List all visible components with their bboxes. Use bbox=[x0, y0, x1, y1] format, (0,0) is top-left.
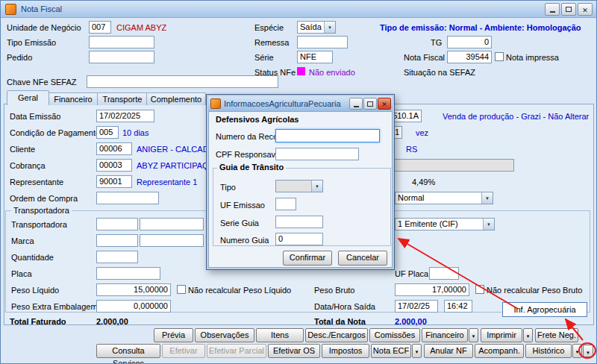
especie-value: Saída bbox=[298, 22, 324, 33]
maximize-icon bbox=[566, 7, 572, 12]
representante-desc: Representante 1 bbox=[137, 178, 197, 186]
tab-geral[interactable]: Geral bbox=[7, 90, 49, 105]
guia-transito-groupbox bbox=[213, 168, 391, 246]
observacoes-button[interactable]: Observações bbox=[195, 328, 254, 342]
data-emissao-field[interactable]: 17/02/2025 bbox=[96, 110, 154, 122]
hora-saida-field[interactable]: 16:42 bbox=[444, 300, 472, 313]
financeiro-dropdown-arrow[interactable] bbox=[469, 328, 478, 342]
tipo-emissao-field[interactable] bbox=[89, 36, 154, 48]
remessa-field[interactable] bbox=[297, 36, 348, 48]
anular-nf-button[interactable]: Anular NF bbox=[424, 344, 473, 358]
data-emissao-label: Data Emissão bbox=[10, 112, 60, 121]
peso-bruto-field[interactable]: 17,00000 bbox=[395, 283, 469, 296]
comissoes-button[interactable]: Comissões bbox=[369, 328, 420, 342]
transportadora-code-field[interactable] bbox=[96, 218, 138, 230]
window-titlebar: Nota Fiscal bbox=[1, 1, 596, 18]
frete-neg-button[interactable]: Frete Neg. bbox=[535, 328, 578, 342]
more-actions-dropdown-arrow[interactable] bbox=[583, 345, 593, 357]
dialog-minimize-button[interactable] bbox=[349, 98, 363, 110]
financeiro-button[interactable]: Financeiro bbox=[422, 328, 468, 342]
representante-field[interactable]: 90001 bbox=[96, 175, 132, 188]
marca-label: Marca bbox=[11, 236, 34, 245]
tab-financeiro[interactable]: Financeiro bbox=[48, 92, 99, 105]
nota-impressa-checkbox[interactable] bbox=[495, 52, 504, 61]
serie-label: Série bbox=[254, 53, 274, 62]
frete-select[interactable]: 1 Emitente (CIF) bbox=[395, 218, 495, 230]
condicao-pagamento-desc: 10 dias bbox=[122, 128, 149, 137]
total-nota-label: Total da Nota bbox=[314, 317, 366, 326]
placa-field[interactable] bbox=[96, 267, 160, 280]
tab-transporte[interactable]: Transporte bbox=[97, 92, 148, 105]
ordem-compra-label: Ordem de Compra bbox=[10, 194, 78, 203]
condicao-pagamento-field[interactable]: 005 bbox=[96, 126, 119, 139]
acompanh-button[interactable]: Acompanh. bbox=[475, 344, 524, 358]
quantidade-label: Quantidade bbox=[11, 253, 54, 262]
historico-dropdown-arrow[interactable] bbox=[572, 344, 582, 358]
dialog-icon bbox=[210, 98, 221, 109]
chevron-down-icon[interactable] bbox=[324, 22, 335, 33]
condicao-pagamento-label: Condição de Pagamento bbox=[10, 128, 100, 137]
peso-liquido-field[interactable]: 15,00000 bbox=[96, 283, 171, 296]
marca-field-1[interactable] bbox=[96, 234, 138, 247]
peso-bruto-label: Peso Bruto bbox=[314, 286, 354, 295]
uf-placa-field[interactable] bbox=[429, 267, 459, 280]
quantidade-field[interactable] bbox=[96, 251, 138, 263]
chave-nfe-field[interactable] bbox=[87, 75, 278, 88]
efetivar-os-button[interactable]: Efetivar OS bbox=[268, 344, 320, 358]
total-faturado-value: 2.000,00 bbox=[96, 317, 128, 326]
peso-extra-field[interactable]: 0,000000 bbox=[96, 300, 171, 313]
uf-placa-label: UF Placa bbox=[395, 269, 428, 278]
nota-ecf-dropdown-arrow[interactable] bbox=[412, 344, 422, 358]
numero-receita-field[interactable] bbox=[275, 129, 380, 142]
unidade-negocio-field[interactable]: 007 bbox=[89, 21, 111, 34]
impostos-button[interactable]: Impostos bbox=[322, 344, 369, 358]
dialog-close-button[interactable] bbox=[378, 98, 391, 110]
cobranca-field[interactable]: 00003 bbox=[96, 159, 132, 172]
cpf-responsavel-field[interactable] bbox=[275, 148, 359, 160]
nota-fiscal-field[interactable]: 39544 bbox=[447, 51, 492, 63]
minimize-button[interactable] bbox=[545, 3, 560, 16]
ordem-compra-field[interactable] bbox=[96, 192, 159, 204]
imprimir-dropdown-arrow[interactable] bbox=[523, 328, 533, 342]
cancelar-button[interactable]: Cancelar bbox=[338, 251, 387, 266]
imprimir-button[interactable]: Imprimir bbox=[481, 328, 522, 342]
dialog-maximize-button[interactable] bbox=[363, 98, 377, 110]
serie-field[interactable]: NFE bbox=[297, 51, 333, 63]
close-button[interactable] bbox=[578, 3, 593, 16]
cliente-field[interactable]: 00006 bbox=[96, 142, 132, 155]
previa-button[interactable]: Prévia bbox=[154, 328, 193, 342]
inf-agropecuaria-menu-item[interactable]: Inf. Agropecuária bbox=[502, 302, 587, 317]
data-saida-field[interactable]: 17/02/25 bbox=[395, 300, 438, 313]
chevron-down-icon[interactable] bbox=[481, 192, 493, 204]
nao-recalcular-peso-liquido-label: Não recalcular Peso Líquido bbox=[188, 286, 291, 295]
maximize-button[interactable] bbox=[561, 3, 576, 16]
transportadora-label: Transportadora bbox=[11, 220, 67, 229]
nota-ecf-button[interactable]: Nota ECF bbox=[371, 344, 411, 358]
consulta-servicos-button[interactable]: Consulta Serviços bbox=[96, 344, 160, 358]
chevron-down-icon[interactable] bbox=[483, 219, 494, 230]
guia-transito-title: Guia de Trânsito bbox=[217, 163, 286, 172]
tipo-select[interactable]: Normal bbox=[395, 192, 493, 204]
peso-extra-label: Peso Extra Embalagem bbox=[11, 302, 98, 311]
minimize-icon bbox=[550, 11, 555, 13]
unidade-negocio-label: Unidade de Negócio bbox=[7, 23, 81, 32]
itens-button[interactable]: Itens bbox=[256, 328, 304, 342]
transportadora-desc-field[interactable] bbox=[140, 218, 204, 230]
nao-recalcular-peso-bruto-checkbox[interactable] bbox=[475, 285, 484, 294]
desc-encargos-button[interactable]: Desc./Encargos bbox=[305, 328, 368, 342]
frete-value: 1 Emitente (CIF) bbox=[396, 219, 483, 230]
historico-button[interactable]: Histórico bbox=[525, 344, 572, 358]
nota-impressa-label: Nota impressa bbox=[506, 53, 559, 62]
tab-complemento[interactable]: Complemento bbox=[146, 92, 206, 105]
pedido-field[interactable] bbox=[89, 51, 154, 63]
tg-field[interactable]: 0 bbox=[447, 36, 492, 48]
marca-field-2[interactable] bbox=[140, 234, 204, 247]
nao-recalcular-peso-liquido-checkbox[interactable] bbox=[177, 285, 186, 294]
data-hora-saida-label: Data/Hora Saída bbox=[314, 302, 375, 311]
nota-fiscal-window: Nota Fiscal Unidade de Negócio 007 CIGAM… bbox=[0, 0, 597, 364]
especie-select[interactable]: Saída bbox=[297, 21, 336, 34]
placa-label: Placa bbox=[11, 269, 32, 278]
tipo-emissao-label: Tipo Emissão bbox=[7, 38, 56, 47]
confirmar-button[interactable]: Confirmar bbox=[283, 251, 332, 266]
natureza-operacao-desc: Venda de produção - Grazi - Não Alterar bbox=[443, 112, 589, 121]
